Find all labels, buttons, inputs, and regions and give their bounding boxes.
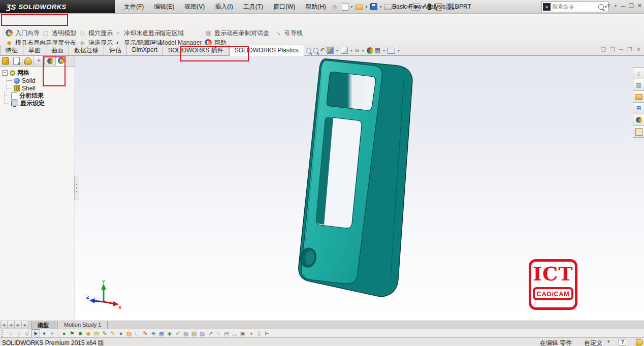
plastics-toolbar-button-23[interactable]: ▧: [190, 330, 198, 337]
plastics-toolbar-button-17[interactable]: ✎: [141, 330, 149, 337]
save-dropdown[interactable]: ▾: [380, 5, 382, 9]
plastics-manager-tab[interactable]: P: [56, 56, 67, 66]
close-button[interactable]: ✕: [637, 3, 642, 9]
open-button[interactable]: [355, 2, 364, 11]
search-flyout-icon[interactable]: »: [543, 3, 551, 11]
restore-button[interactable]: ❐: [629, 3, 634, 9]
tree-node-analysis-results[interactable]: 分析结果: [5, 92, 74, 100]
zoom-to-fit-icon[interactable]: [306, 48, 311, 53]
tab-sketch[interactable]: 草图: [23, 45, 46, 56]
new-dropdown[interactable]: ▾: [351, 5, 353, 9]
tree-node-display-settings[interactable]: 显示设定: [5, 100, 74, 107]
menu-insert[interactable]: 插入(I): [211, 1, 237, 13]
collapse-icon[interactable]: −: [2, 70, 8, 76]
tab-dimxpert[interactable]: DimXpert: [127, 45, 163, 56]
tab-data-migration[interactable]: 数据迁移: [69, 45, 104, 56]
edit-appearance-icon[interactable]: [367, 47, 373, 54]
help-dropdown[interactable]: ▾: [615, 4, 617, 8]
plastics-toolbar-button-5[interactable]: ➤: [48, 330, 56, 337]
solidworks-resources-tab[interactable]: ⌂: [633, 67, 644, 79]
menu-pin-icon[interactable]: ◎: [332, 4, 337, 10]
new-document-button[interactable]: [341, 2, 349, 12]
ribbon-item-specify-area[interactable]: ◌指定区域: [148, 29, 185, 37]
menu-edit[interactable]: 编辑(E): [150, 1, 178, 13]
toolbar-grip[interactable]: [2, 330, 5, 337]
plastics-toolbar-button-19[interactable]: ▦: [157, 330, 166, 337]
plastics-toolbar-button-1[interactable]: ▽: [15, 330, 23, 337]
help-button[interactable]: ?: [607, 3, 610, 9]
status-tag-icon[interactable]: [636, 339, 643, 345]
doc-restore2-icon[interactable]: ❐: [610, 46, 615, 53]
status-help-icon[interactable]: ?: [619, 339, 626, 346]
ribbon-item-guide-line[interactable]: ↘引导线: [273, 29, 304, 37]
view-orientation-icon[interactable]: [341, 47, 348, 54]
menu-tools[interactable]: 工具(T): [239, 1, 267, 13]
plastics-toolbar-button-26[interactable]: ≈: [214, 330, 222, 337]
search-icon[interactable]: [598, 4, 604, 10]
motion-study-tab[interactable]: Motion Study 1: [57, 321, 108, 329]
tab-scroll-next[interactable]: ▶: [15, 321, 22, 329]
previous-view-icon[interactable]: ↶: [320, 46, 325, 54]
menu-window[interactable]: 窗口(W): [269, 1, 299, 13]
view-orientation-dropdown[interactable]: ▾: [350, 48, 352, 53]
plastics-toolbar-button-0[interactable]: ▽: [7, 330, 15, 337]
plastics-toolbar-button-32[interactable]: ⊢: [263, 330, 271, 337]
tab-surfaces[interactable]: 曲面: [46, 45, 69, 56]
ribbon-item-cavity-display[interactable]: ◇模穴显示: [77, 29, 114, 37]
print-button[interactable]: [384, 2, 393, 11]
model-tab[interactable]: 模型: [31, 321, 55, 329]
graphics-viewport[interactable]: Y X Z ICT CAD/CAM ⌂ ▥ ⊞: [75, 56, 644, 321]
plastics-toolbar-button-22[interactable]: ▥: [182, 330, 190, 337]
plastics-toolbar-button-20[interactable]: ◈: [166, 330, 174, 337]
plastics-toolbar-button-27[interactable]: ▤: [222, 330, 231, 337]
section-view-dropdown[interactable]: ▾: [336, 48, 338, 53]
plastics-toolbar-button-25[interactable]: ↗: [206, 330, 214, 337]
section-view-icon[interactable]: [327, 47, 334, 54]
plastics-toolbar-button-11[interactable]: ▤: [92, 330, 101, 337]
plastics-toolbar-button-28[interactable]: ◡: [231, 330, 239, 337]
plastics-toolbar-button-7[interactable]: ●: [60, 330, 68, 337]
doc-restore-icon[interactable]: ❏: [601, 46, 606, 53]
menu-view[interactable]: 视图(V): [180, 1, 209, 13]
tree-node-shell[interactable]: Shell: [7, 84, 74, 92]
plastics-toolbar-button-31[interactable]: ⊥: [255, 330, 263, 337]
view-settings-icon[interactable]: [388, 48, 395, 54]
plastics-toolbar-button-15[interactable]: ▨: [125, 330, 133, 337]
tree-node-mesh[interactable]: − 网格: [2, 69, 74, 77]
tab-scroll-first[interactable]: ◀: [0, 321, 8, 329]
plastics-toolbar-button-12[interactable]: ✎: [101, 330, 109, 337]
plastics-toolbar-button-16[interactable]: ∟: [133, 330, 141, 337]
tab-scroll-last[interactable]: ▶: [22, 321, 29, 329]
tree-node-solid[interactable]: Solid: [7, 77, 74, 84]
panel-splitter[interactable]: [74, 176, 79, 200]
plastics-toolbar-button-18[interactable]: ⊕: [149, 330, 157, 337]
open-dropdown[interactable]: ▾: [366, 5, 368, 9]
ribbon-item-flow-wizard[interactable]: P入门向导: [4, 29, 41, 37]
menu-file[interactable]: 文件(F): [120, 1, 148, 13]
tab-features[interactable]: 特征: [0, 45, 23, 56]
hide-show-items-dropdown[interactable]: ▾: [362, 48, 364, 53]
appearances-tab[interactable]: [633, 114, 644, 126]
doc-close-icon[interactable]: ✕: [636, 46, 641, 53]
ribbon-item-transparent-model[interactable]: ▢透明模型: [41, 29, 78, 37]
plastics-toolbar-button-9[interactable]: ■: [76, 330, 84, 337]
plastics-toolbar-button-10[interactable]: ◆: [84, 330, 92, 337]
apply-scene-icon[interactable]: ▦: [375, 46, 380, 54]
status-custom-text[interactable]: 自定义: [584, 339, 602, 346]
tab-solidworks-plastics[interactable]: SOLIDWORKS Plastics: [229, 45, 304, 56]
file-explorer-tab[interactable]: [633, 91, 644, 103]
view-settings-dropdown[interactable]: ▾: [398, 48, 400, 53]
plastics-toolbar-button-2[interactable]: ▽: [23, 330, 31, 337]
save-button[interactable]: [370, 2, 378, 11]
feature-manager-tab[interactable]: [0, 56, 11, 66]
doc-minimize-icon[interactable]: ─: [619, 46, 623, 53]
plastics-toolbar-button-24[interactable]: ▨: [198, 330, 206, 337]
tab-scroll-prev[interactable]: ◀: [8, 321, 15, 329]
plastics-toolbar-button-8[interactable]: ⚑: [68, 330, 76, 337]
plastics-toolbar-button-14[interactable]: ●: [117, 330, 125, 337]
apply-scene-dropdown[interactable]: ▾: [383, 48, 385, 53]
tab-solidworks-addins[interactable]: SOLIDWORKS 插件: [163, 45, 229, 56]
status-custom-dropdown[interactable]: ▾: [607, 339, 610, 344]
dimxpert-manager-tab[interactable]: +: [34, 56, 45, 66]
plastics-toolbar-button-13[interactable]: ✎: [109, 330, 117, 337]
